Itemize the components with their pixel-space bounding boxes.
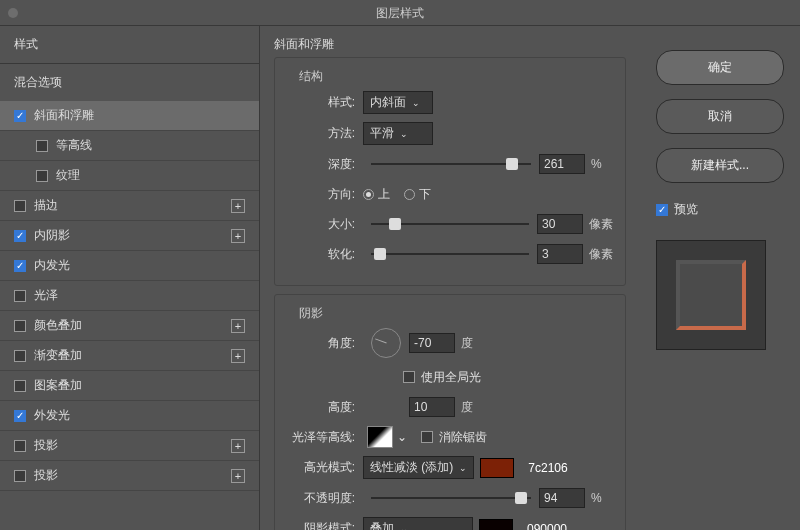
- style-label: 样式:: [287, 94, 363, 111]
- style-label: 图案叠加: [34, 377, 245, 394]
- structure-group: 结构 样式: 内斜面⌄ 方法: 平滑⌄ 深度: 261 %: [274, 57, 626, 286]
- chevron-down-icon: ⌄: [400, 524, 408, 531]
- add-effect-icon[interactable]: +: [231, 229, 245, 243]
- style-label: 光泽: [34, 287, 245, 304]
- style-row-7[interactable]: 颜色叠加+: [0, 311, 259, 341]
- preview-toggle[interactable]: 预览: [656, 201, 784, 218]
- settings-panel: 斜面和浮雕 结构 样式: 内斜面⌄ 方法: 平滑⌄ 深度: 261: [260, 26, 640, 530]
- angle-input[interactable]: -70: [409, 333, 455, 353]
- style-row-10[interactable]: 外发光: [0, 401, 259, 431]
- soften-label: 软化:: [287, 246, 363, 263]
- cancel-button[interactable]: 取消: [656, 99, 784, 134]
- main: 斜面和浮雕 结构 样式: 内斜面⌄ 方法: 平滑⌄ 深度: 261: [260, 26, 800, 530]
- shadow-mode-label: 阴影模式:: [287, 520, 363, 530]
- method-select[interactable]: 平滑⌄: [363, 122, 433, 145]
- style-label: 描边: [34, 197, 231, 214]
- antialias-label: 消除锯齿: [439, 429, 487, 446]
- angle-unit: 度: [461, 335, 473, 352]
- chevron-down-icon: ⌄: [400, 129, 408, 139]
- angle-label: 角度:: [287, 335, 363, 352]
- sidebar-blend-options[interactable]: 混合选项: [0, 64, 259, 101]
- global-light-label: 使用全局光: [421, 369, 481, 386]
- style-checkbox[interactable]: [14, 200, 26, 212]
- style-row-6[interactable]: 光泽: [0, 281, 259, 311]
- shadow-hex: 090000: [527, 522, 567, 531]
- height-unit: 度: [461, 399, 473, 416]
- angle-dial[interactable]: [371, 328, 401, 358]
- depth-label: 深度:: [287, 156, 363, 173]
- preview-checkbox[interactable]: [656, 204, 668, 216]
- highlight-color-swatch[interactable]: [480, 458, 514, 478]
- style-checkbox[interactable]: [14, 290, 26, 302]
- preview-label: 预览: [674, 201, 698, 218]
- style-checkbox[interactable]: [14, 110, 26, 122]
- height-label: 高度:: [287, 399, 363, 416]
- add-effect-icon[interactable]: +: [231, 439, 245, 453]
- chevron-down-icon[interactable]: ⌄: [397, 430, 407, 444]
- size-label: 大小:: [287, 216, 363, 233]
- depth-input[interactable]: 261: [539, 154, 585, 174]
- style-checkbox[interactable]: [14, 440, 26, 452]
- style-row-8[interactable]: 渐变叠加+: [0, 341, 259, 371]
- style-row-12[interactable]: 投影+: [0, 461, 259, 491]
- panel-title: 斜面和浮雕: [274, 36, 626, 53]
- sidebar: 样式 混合选项 斜面和浮雕等高线纹理描边+内阴影+内发光光泽颜色叠加+渐变叠加+…: [0, 26, 260, 530]
- style-checkbox[interactable]: [14, 470, 26, 482]
- style-label: 外发光: [34, 407, 245, 424]
- style-checkbox[interactable]: [14, 320, 26, 332]
- style-row-5[interactable]: 内发光: [0, 251, 259, 281]
- size-slider[interactable]: [371, 216, 529, 232]
- style-label: 内发光: [34, 257, 245, 274]
- global-light-checkbox[interactable]: [403, 371, 415, 383]
- style-row-3[interactable]: 描边+: [0, 191, 259, 221]
- style-checkbox[interactable]: [14, 350, 26, 362]
- style-row-2[interactable]: 纹理: [0, 161, 259, 191]
- style-row-1[interactable]: 等高线: [0, 131, 259, 161]
- style-row-0[interactable]: 斜面和浮雕: [0, 101, 259, 131]
- highlight-hex: 7c2106: [528, 461, 567, 475]
- depth-unit: %: [591, 157, 602, 171]
- style-row-9[interactable]: 图案叠加: [0, 371, 259, 401]
- style-row-11[interactable]: 投影+: [0, 431, 259, 461]
- ok-button[interactable]: 确定: [656, 50, 784, 85]
- soften-input[interactable]: 3: [537, 244, 583, 264]
- contour-preview[interactable]: [367, 426, 393, 448]
- highlight-opacity-input[interactable]: 94: [539, 488, 585, 508]
- layer-style-dialog: 图层样式 样式 混合选项 斜面和浮雕等高线纹理描边+内阴影+内发光光泽颜色叠加+…: [0, 0, 800, 530]
- style-label: 投影: [34, 467, 231, 484]
- add-effect-icon[interactable]: +: [231, 469, 245, 483]
- dialog-title: 图层样式: [376, 6, 424, 20]
- style-select[interactable]: 内斜面⌄: [363, 91, 433, 114]
- add-effect-icon[interactable]: +: [231, 349, 245, 363]
- direction-label: 方向:: [287, 186, 363, 203]
- style-checkbox[interactable]: [14, 380, 26, 392]
- close-icon[interactable]: [8, 8, 18, 18]
- contour-label: 光泽等高线:: [287, 429, 363, 446]
- style-checkbox[interactable]: [14, 260, 26, 272]
- style-row-4[interactable]: 内阴影+: [0, 221, 259, 251]
- style-checkbox[interactable]: [36, 140, 48, 152]
- style-checkbox[interactable]: [14, 230, 26, 242]
- highlight-opacity-label: 不透明度:: [287, 490, 363, 507]
- shadow-mode-select[interactable]: 叠加⌄: [363, 517, 473, 530]
- highlight-opacity-slider[interactable]: [371, 490, 531, 506]
- size-input[interactable]: 30: [537, 214, 583, 234]
- soften-unit: 像素: [589, 246, 613, 263]
- depth-slider[interactable]: [371, 156, 531, 172]
- shadow-color-swatch[interactable]: [479, 519, 513, 531]
- add-effect-icon[interactable]: +: [231, 319, 245, 333]
- style-label: 纹理: [56, 167, 245, 184]
- new-style-button[interactable]: 新建样式...: [656, 148, 784, 183]
- add-effect-icon[interactable]: +: [231, 199, 245, 213]
- antialias-checkbox[interactable]: [421, 431, 433, 443]
- style-checkbox[interactable]: [36, 170, 48, 182]
- direction-down-radio[interactable]: [404, 189, 415, 200]
- structure-title: 结构: [299, 68, 613, 85]
- direction-up-radio[interactable]: [363, 189, 374, 200]
- dialog-body: 样式 混合选项 斜面和浮雕等高线纹理描边+内阴影+内发光光泽颜色叠加+渐变叠加+…: [0, 26, 800, 530]
- style-checkbox[interactable]: [14, 410, 26, 422]
- right-panel: 确定 取消 新建样式... 预览: [640, 26, 800, 530]
- soften-slider[interactable]: [371, 246, 529, 262]
- height-input[interactable]: 10: [409, 397, 455, 417]
- highlight-mode-select[interactable]: 线性减淡 (添加)⌄: [363, 456, 474, 479]
